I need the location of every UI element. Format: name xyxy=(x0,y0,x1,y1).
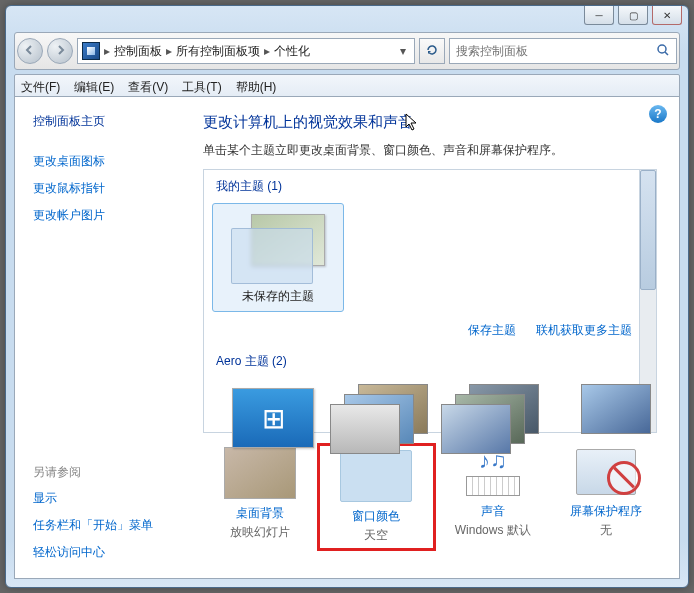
sidebar-mouse-pointers[interactable]: 更改鼠标指针 xyxy=(15,175,185,202)
menu-help[interactable]: 帮助(H) xyxy=(236,79,277,96)
aero-themes-heading: Aero 主题 (2) xyxy=(204,345,656,374)
aero-theme-4[interactable] xyxy=(551,382,645,454)
svg-point-0 xyxy=(658,45,666,53)
forward-button[interactable] xyxy=(47,38,73,64)
back-button[interactable] xyxy=(17,38,43,64)
crumb-sep: ▸ xyxy=(262,44,272,58)
address-dropdown[interactable]: ▾ xyxy=(396,44,410,58)
menu-view[interactable]: 查看(V) xyxy=(128,79,168,96)
crumb-1[interactable]: 控制面板 xyxy=(114,43,162,60)
personalization-window: ─ ▢ ✕ ▸ 控制面板 ▸ 所有控制面板项 ▸ 个性化 ▾ 文件(F) 编辑(… xyxy=(5,5,689,588)
option-title: 桌面背景 xyxy=(236,505,284,522)
option-value: 无 xyxy=(600,522,612,539)
cursor-icon xyxy=(405,113,419,134)
theme-actions: 保存主题 联机获取更多主题 xyxy=(204,316,656,345)
titlebar: ─ ▢ ✕ xyxy=(6,6,688,32)
page-title: 更改计算机上的视觉效果和声音 xyxy=(203,113,675,132)
search-box[interactable] xyxy=(449,38,677,64)
sidebar-taskbar-start[interactable]: 任务栏和「开始」菜单 xyxy=(15,512,185,539)
sidebar-ease-of-access[interactable]: 轻松访问中心 xyxy=(15,539,185,566)
help-icon[interactable]: ? xyxy=(649,105,667,123)
save-theme-link[interactable]: 保存主题 xyxy=(468,322,516,339)
scrollbar-thumb[interactable] xyxy=(640,170,656,290)
crumb-2[interactable]: 所有控制面板项 xyxy=(176,43,260,60)
search-icon xyxy=(656,43,672,59)
close-button[interactable]: ✕ xyxy=(652,6,682,25)
address-bar[interactable]: ▸ 控制面板 ▸ 所有控制面板项 ▸ 个性化 ▾ xyxy=(77,38,415,64)
main-panel: ? 更改计算机上的视觉效果和声音 单击某个主题立即更改桌面背景、窗口颜色、声音和… xyxy=(185,97,679,578)
sidebar: 控制面板主页 更改桌面图标 更改鼠标指针 更改帐户图片 另请参阅 显示 任务栏和… xyxy=(15,97,185,578)
theme-thumb xyxy=(227,210,329,282)
content: 控制面板主页 更改桌面图标 更改鼠标指针 更改帐户图片 另请参阅 显示 任务栏和… xyxy=(14,96,680,579)
sidebar-home[interactable]: 控制面板主页 xyxy=(15,109,185,134)
aero-theme-architecture[interactable] xyxy=(328,382,422,454)
minimize-icon: ─ xyxy=(595,10,602,21)
theme-label: 未保存的主题 xyxy=(242,288,314,305)
screen-saver-icon xyxy=(571,447,641,497)
forward-icon xyxy=(54,44,66,59)
nav-toolbar: ▸ 控制面板 ▸ 所有控制面板项 ▸ 个性化 ▾ xyxy=(14,32,680,70)
crumb-3[interactable]: 个性化 xyxy=(274,43,310,60)
menu-tools[interactable]: 工具(T) xyxy=(182,79,221,96)
my-themes-heading: 我的主题 (1) xyxy=(204,170,656,199)
get-more-themes-link[interactable]: 联机获取更多主题 xyxy=(536,322,632,339)
sidebar-see-also-heading: 另请参阅 xyxy=(15,460,185,485)
sidebar-account-picture[interactable]: 更改帐户图片 xyxy=(15,202,185,229)
refresh-icon xyxy=(425,43,439,60)
theme-unsaved[interactable]: 未保存的主题 xyxy=(212,203,344,312)
page-subtitle: 单击某个主题立即更改桌面背景、窗口颜色、声音和屏幕保护程序。 xyxy=(203,142,675,159)
minimize-button[interactable]: ─ xyxy=(584,6,614,25)
themes-panel: 我的主题 (1) 未保存的主题 保存主题 联机获取更多主题 Aero 主题 (2… xyxy=(203,169,657,433)
back-icon xyxy=(24,44,36,59)
option-value: 放映幻灯片 xyxy=(230,524,290,541)
search-input[interactable] xyxy=(454,43,656,59)
control-panel-icon xyxy=(82,42,100,60)
aero-theme-windows7[interactable] xyxy=(216,382,310,454)
crumb-sep: ▸ xyxy=(102,44,112,58)
maximize-icon: ▢ xyxy=(629,10,638,21)
menu-edit[interactable]: 编辑(E) xyxy=(74,79,114,96)
maximize-button[interactable]: ▢ xyxy=(618,6,648,25)
option-title: 声音 xyxy=(481,503,505,520)
menu-file[interactable]: 文件(F) xyxy=(21,79,60,96)
sidebar-display[interactable]: 显示 xyxy=(15,485,185,512)
option-title: 屏幕保护程序 xyxy=(570,503,642,520)
sidebar-desktop-icons[interactable]: 更改桌面图标 xyxy=(15,148,185,175)
refresh-button[interactable] xyxy=(419,38,445,64)
close-icon: ✕ xyxy=(663,10,671,21)
option-value: 天空 xyxy=(364,527,388,544)
option-value: Windows 默认 xyxy=(455,522,531,539)
option-title: 窗口颜色 xyxy=(352,508,400,525)
aero-theme-characters[interactable] xyxy=(439,382,533,454)
crumb-sep: ▸ xyxy=(164,44,174,58)
